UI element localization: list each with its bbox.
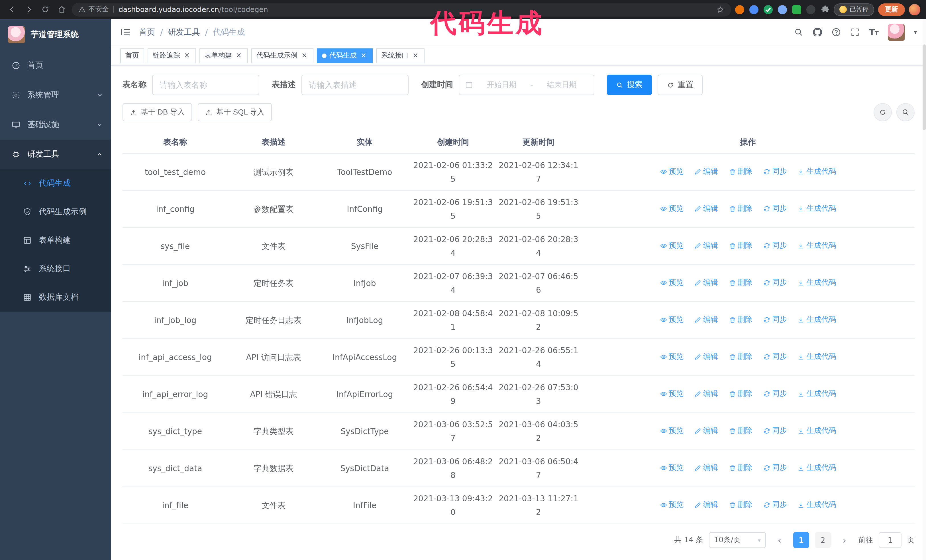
sync-action[interactable]: 同步	[763, 424, 787, 438]
scrollbar[interactable]	[923, 19, 926, 560]
prev-page-button[interactable]: ‹	[772, 532, 788, 548]
preview-action[interactable]: 预览	[660, 276, 684, 290]
sidebar-item-db-doc[interactable]: 数据库文档	[0, 283, 111, 312]
tab-home[interactable]: 首页	[120, 48, 144, 63]
browser-profile-avatar[interactable]	[909, 4, 920, 15]
import-sql-button[interactable]: 基于 SQL 导入	[198, 103, 272, 121]
extension-icon-3[interactable]	[764, 5, 773, 14]
delete-action[interactable]: 删除	[729, 165, 752, 179]
tab-trace[interactable]: 链路追踪×	[148, 48, 196, 63]
close-icon[interactable]: ×	[412, 51, 419, 60]
search-toggle-icon[interactable]	[896, 103, 915, 121]
sidebar-item-system[interactable]: 系统管理	[0, 80, 111, 110]
preview-action[interactable]: 预览	[660, 387, 684, 401]
tab-api[interactable]: 系统接口×	[376, 48, 425, 63]
tab-form-builder[interactable]: 表单构建×	[200, 48, 248, 63]
extension-icon-6[interactable]	[806, 5, 816, 14]
sync-action[interactable]: 同步	[763, 313, 787, 327]
help-icon[interactable]	[831, 27, 841, 37]
refresh-icon[interactable]	[39, 3, 51, 16]
delete-action[interactable]: 删除	[729, 498, 752, 512]
font-size-icon[interactable]: TT	[869, 27, 879, 38]
generate-code-action[interactable]: 生成代码	[797, 424, 836, 438]
delete-action[interactable]: 删除	[729, 424, 752, 438]
edit-action[interactable]: 编辑	[694, 498, 718, 512]
edit-action[interactable]: 编辑	[694, 387, 718, 401]
extension-icon-5[interactable]	[792, 5, 801, 14]
bookmark-star-icon[interactable]	[716, 5, 724, 14]
sync-action[interactable]: 同步	[763, 350, 787, 364]
delete-action[interactable]: 删除	[729, 387, 752, 401]
tab-codegen-example[interactable]: 代码生成示例×	[251, 48, 313, 63]
generate-code-action[interactable]: 生成代码	[797, 276, 836, 290]
sync-action[interactable]: 同步	[763, 461, 787, 475]
preview-action[interactable]: 预览	[660, 498, 684, 512]
sync-action[interactable]: 同步	[763, 239, 787, 253]
breadcrumb-home[interactable]: 首页	[139, 27, 155, 37]
delete-action[interactable]: 删除	[729, 276, 752, 290]
sidebar-item-form-builder[interactable]: 表单构建	[0, 226, 111, 255]
page-size-select[interactable]: 10条/页 ▾	[709, 532, 766, 548]
edit-action[interactable]: 编辑	[694, 424, 718, 438]
generate-code-action[interactable]: 生成代码	[797, 202, 836, 216]
edit-action[interactable]: 编辑	[694, 313, 718, 327]
edit-action[interactable]: 编辑	[694, 239, 718, 253]
page-1-button[interactable]: 1	[793, 532, 809, 548]
generate-code-action[interactable]: 生成代码	[797, 387, 836, 401]
edit-action[interactable]: 编辑	[694, 461, 718, 475]
extension-icon-4[interactable]	[778, 5, 787, 14]
sync-action[interactable]: 同步	[763, 202, 787, 216]
logo-row[interactable]: 芋道管理系统	[0, 19, 111, 51]
generate-code-action[interactable]: 生成代码	[797, 498, 836, 512]
generate-code-action[interactable]: 生成代码	[797, 239, 836, 253]
delete-action[interactable]: 删除	[729, 461, 752, 475]
sidebar-item-devtools[interactable]: 研发工具	[0, 140, 111, 169]
extension-icon-2[interactable]	[749, 5, 758, 14]
close-icon[interactable]: ×	[360, 51, 368, 60]
delete-action[interactable]: 删除	[729, 313, 752, 327]
generate-code-action[interactable]: 生成代码	[797, 313, 836, 327]
generate-code-action[interactable]: 生成代码	[797, 350, 836, 364]
edit-action[interactable]: 编辑	[694, 202, 718, 216]
sync-action[interactable]: 同步	[763, 276, 787, 290]
date-range-picker[interactable]: 开始日期 - 结束日期	[459, 75, 595, 95]
search-button[interactable]: 搜索	[607, 75, 652, 95]
preview-action[interactable]: 预览	[660, 424, 684, 438]
preview-action[interactable]: 预览	[660, 239, 684, 253]
edit-action[interactable]: 编辑	[694, 276, 718, 290]
refresh-table-icon[interactable]	[873, 103, 892, 121]
extension-icon-1[interactable]	[735, 5, 744, 14]
sync-action[interactable]: 同步	[763, 387, 787, 401]
goto-page-input[interactable]	[879, 532, 902, 548]
sidebar-item-api[interactable]: 系统接口	[0, 255, 111, 283]
tab-codegen[interactable]: 代码生成×	[317, 48, 373, 63]
preview-action[interactable]: 预览	[660, 461, 684, 475]
table-desc-input[interactable]	[301, 75, 409, 95]
back-icon[interactable]	[6, 3, 18, 16]
table-name-input[interactable]	[152, 75, 259, 95]
home-icon[interactable]	[55, 3, 68, 16]
sync-action[interactable]: 同步	[763, 165, 787, 179]
scrollbar-thumb[interactable]	[923, 44, 926, 130]
close-icon[interactable]: ×	[183, 51, 191, 60]
fullscreen-icon[interactable]	[850, 27, 860, 37]
chevron-down-icon[interactable]: ▾	[914, 29, 917, 35]
sync-action[interactable]: 同步	[763, 498, 787, 512]
delete-action[interactable]: 删除	[729, 202, 752, 216]
security-warning[interactable]: 不安全	[79, 5, 109, 14]
sidebar-item-codegen[interactable]: 代码生成	[0, 169, 111, 198]
puzzle-icon[interactable]	[820, 5, 830, 14]
edit-action[interactable]: 编辑	[694, 350, 718, 364]
preview-action[interactable]: 预览	[660, 350, 684, 364]
github-icon[interactable]	[813, 27, 822, 37]
generate-code-action[interactable]: 生成代码	[797, 461, 836, 475]
generate-code-action[interactable]: 生成代码	[797, 165, 836, 179]
edit-action[interactable]: 编辑	[694, 165, 718, 179]
sidebar-item-codegen-example[interactable]: 代码生成示例	[0, 198, 111, 226]
page-2-button[interactable]: 2	[815, 532, 831, 548]
reset-button[interactable]: 重置	[658, 75, 703, 95]
close-icon[interactable]: ×	[235, 51, 243, 60]
preview-action[interactable]: 预览	[660, 313, 684, 327]
forward-icon[interactable]	[22, 3, 35, 16]
close-icon[interactable]: ×	[300, 51, 308, 60]
